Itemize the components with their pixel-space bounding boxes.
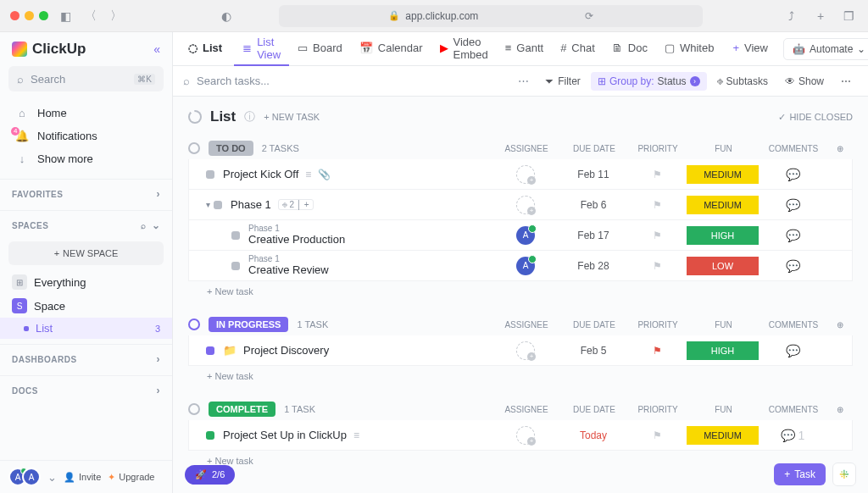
task-row[interactable]: 📁Project Discovery Feb 5 ⚑ HIGH 💬: [188, 335, 853, 366]
new-task-row[interactable]: + New task: [188, 451, 853, 471]
task-row[interactable]: Phase 1Creative Production A Feb 17 ⚑ HI…: [188, 220, 853, 251]
fun-field[interactable]: HIGH: [687, 341, 759, 360]
due-date[interactable]: Today: [559, 429, 627, 441]
new-tab-icon[interactable]: +: [812, 9, 829, 23]
shield-icon[interactable]: ◐: [218, 9, 235, 23]
spaces-section[interactable]: SPACES ⌕⌄: [0, 210, 172, 236]
comments-icon[interactable]: 💬: [759, 229, 826, 242]
assignee-empty[interactable]: [516, 165, 535, 184]
priority-flag-icon[interactable]: ⚑: [627, 345, 687, 357]
window-controls[interactable]: [10, 11, 48, 20]
apps-button[interactable]: ⁜: [832, 463, 856, 486]
list-title[interactable]: ◌List: [180, 32, 231, 66]
new-task-row[interactable]: + New task: [188, 366, 853, 386]
group-status-icon[interactable]: [188, 403, 200, 415]
assignee-empty[interactable]: [516, 341, 535, 360]
filter-button[interactable]: ⏷Filter: [537, 72, 587, 91]
onboarding-pill[interactable]: 🚀2/6: [185, 465, 235, 485]
fun-field[interactable]: MEDIUM: [687, 426, 759, 445]
priority-flag-icon[interactable]: ⚑: [627, 260, 687, 272]
search-spaces-icon[interactable]: ⌕: [141, 221, 147, 230]
priority-flag-icon[interactable]: ⚑: [627, 230, 687, 241]
assignee-avatar[interactable]: A: [516, 226, 535, 245]
nav-back-icon[interactable]: 〈: [82, 8, 99, 24]
task-row[interactable]: ▾ Phase 1⎆ 2 │ + Feb 6 ⚑ MEDIUM 💬: [188, 190, 853, 220]
sidebar-toggle-icon[interactable]: ◧: [57, 9, 74, 23]
search-input[interactable]: ⌕Search ⌘K: [8, 66, 164, 91]
info-icon[interactable]: ⓘ: [244, 109, 255, 125]
view-list-view[interactable]: ≣List View: [234, 32, 289, 66]
comments-icon[interactable]: 💬 1: [759, 429, 826, 442]
task-row[interactable]: Project Set Up in ClickUp≡ Today ⚑ MEDIU…: [188, 420, 853, 451]
priority-flag-icon[interactable]: ⚑: [627, 169, 687, 180]
task-status-icon[interactable]: [231, 262, 240, 270]
automate-button[interactable]: 🤖Automate⌄: [783, 38, 868, 60]
task-status-icon[interactable]: [231, 231, 240, 240]
fun-field[interactable]: LOW: [687, 257, 759, 275]
view-board[interactable]: ▭Board: [289, 32, 351, 66]
due-date[interactable]: Feb 11: [559, 169, 627, 180]
task-status-icon[interactable]: [206, 170, 214, 179]
group-status-icon[interactable]: [188, 319, 200, 330]
group-status-label[interactable]: COMPLETE: [209, 402, 275, 417]
user-avatars[interactable]: AA: [8, 468, 41, 486]
view-chat[interactable]: #Chat: [552, 32, 604, 66]
collapse-icon[interactable]: ▾: [206, 200, 210, 209]
add-column-icon[interactable]: ⊕: [827, 320, 853, 330]
dashboards-section[interactable]: DASHBOARDS›: [0, 344, 172, 370]
space-everything[interactable]: ⊞Everything: [0, 270, 172, 294]
fun-field[interactable]: MEDIUM: [687, 196, 759, 214]
show-button[interactable]: 👁Show: [778, 72, 831, 91]
tabs-icon[interactable]: ❐: [841, 9, 858, 23]
reload-icon[interactable]: ⟳: [585, 10, 593, 22]
add-view-button[interactable]: +View: [724, 32, 776, 66]
more-options-icon[interactable]: ⋯: [834, 72, 858, 91]
url-bar[interactable]: 🔒 app.clickup.com ⟳: [279, 5, 703, 27]
assignee-empty[interactable]: [516, 196, 535, 214]
task-status-icon[interactable]: [214, 201, 222, 209]
fun-field[interactable]: MEDIUM: [687, 165, 759, 184]
add-column-icon[interactable]: ⊕: [827, 405, 853, 414]
due-date[interactable]: Feb 17: [559, 230, 627, 241]
task-status-icon[interactable]: [206, 346, 214, 355]
nav-forward-icon[interactable]: 〉: [108, 8, 125, 24]
task-row[interactable]: Project Kick Off≡📎 Feb 11 ⚑ MEDIUM 💬: [188, 159, 853, 190]
avatar-menu-icon[interactable]: ⌄: [47, 471, 57, 484]
assignee-avatar[interactable]: A: [516, 257, 535, 275]
logo[interactable]: ClickUp: [12, 41, 86, 58]
priority-flag-icon[interactable]: ⚑: [627, 429, 687, 441]
new-space-button[interactable]: +NEW SPACE: [8, 241, 164, 265]
group-status-icon[interactable]: [188, 142, 200, 154]
view-whiteb[interactable]: ▢Whiteb: [656, 32, 722, 66]
due-date[interactable]: Feb 6: [559, 199, 627, 211]
comments-icon[interactable]: 💬: [759, 259, 826, 273]
collapse-sidebar-icon[interactable]: «: [153, 42, 160, 56]
nav-home[interactable]: ⌂Home: [7, 102, 165, 125]
view-doc[interactable]: 🗎Doc: [604, 32, 656, 66]
remove-icon[interactable]: ›: [690, 76, 700, 86]
task-status-icon[interactable]: [206, 431, 214, 440]
comments-icon[interactable]: 💬: [759, 344, 826, 357]
view-video-embed[interactable]: ▶Video Embed: [431, 32, 497, 66]
comments-icon[interactable]: 💬: [759, 168, 826, 181]
view-calendar[interactable]: 📅Calendar: [351, 32, 431, 66]
comments-icon[interactable]: 💬: [759, 198, 826, 212]
priority-flag-icon[interactable]: ⚑: [627, 199, 687, 211]
group-status-label[interactable]: TO DO: [209, 141, 253, 156]
task-row[interactable]: Phase 1Creative Review A Feb 28 ⚑ LOW 💬: [188, 251, 853, 281]
more-icon[interactable]: ⋯: [518, 75, 529, 87]
space-space[interactable]: SSpace: [0, 294, 172, 318]
view-gantt[interactable]: ≡Gantt: [497, 32, 552, 66]
hide-closed-button[interactable]: ✓HIDE CLOSED: [778, 112, 853, 123]
assignee-empty[interactable]: [516, 426, 535, 445]
space-list[interactable]: List3: [0, 318, 172, 339]
docs-section[interactable]: DOCS›: [0, 375, 172, 402]
new-task-row[interactable]: + New task: [188, 281, 853, 302]
group-status-label[interactable]: IN PROGRESS: [209, 317, 288, 332]
add-column-icon[interactable]: ⊕: [827, 144, 853, 153]
subtasks-button[interactable]: ⎆Subtasks: [710, 72, 775, 91]
due-date[interactable]: Feb 28: [559, 260, 627, 272]
share-icon[interactable]: ⤴: [783, 9, 800, 23]
upgrade-button[interactable]: ✦Upgrade: [108, 472, 154, 483]
nav-show-more[interactable]: ↓Show more: [7, 147, 165, 170]
